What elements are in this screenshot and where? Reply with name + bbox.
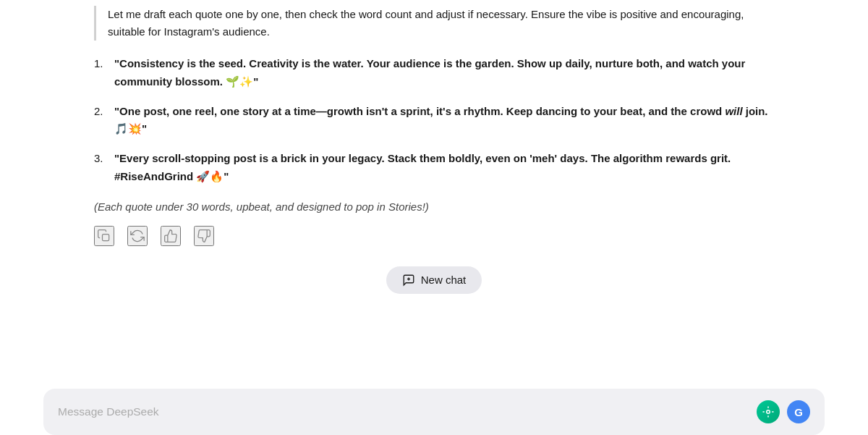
deepseek-icon (757, 400, 780, 423)
message-input-bar: Message DeepSeek G (43, 389, 825, 435)
new-chat-icon (402, 274, 415, 287)
thumbup-button[interactable] (161, 226, 181, 246)
input-actions: G (757, 400, 810, 423)
input-placeholder: Message DeepSeek (58, 405, 159, 418)
thumbup-icon (163, 229, 178, 243)
main-content: Let me draft each quote one by one, then… (0, 0, 868, 389)
thumbdown-button[interactable] (194, 226, 214, 246)
new-chat-label: New chat (421, 274, 467, 286)
new-chat-button[interactable]: New chat (386, 266, 482, 294)
quote-number: 2. (94, 103, 114, 139)
quote-text: "Consistency is the seed. Creativity is … (114, 55, 774, 91)
grammarly-icon: G (787, 400, 810, 423)
deepseek-logo-button[interactable] (757, 400, 780, 423)
list-item: 2. "One post, one reel, one story at a t… (94, 103, 774, 139)
thumbdown-icon (197, 229, 211, 243)
intro-text: Let me draft each quote one by one, then… (94, 6, 774, 41)
copy-icon (97, 229, 111, 243)
quotes-list: 1. "Consistency is the seed. Creativity … (94, 55, 774, 186)
quote-number: 3. (94, 150, 114, 186)
new-chat-container: New chat (94, 266, 774, 294)
quote-number: 1. (94, 55, 114, 91)
list-item: 3. "Every scroll-stopping post is a bric… (94, 150, 774, 186)
svg-point-1 (767, 410, 770, 414)
refresh-button[interactable] (127, 226, 148, 246)
refresh-icon (130, 229, 145, 243)
action-icons (94, 226, 774, 246)
copy-button[interactable] (94, 226, 114, 246)
tagline: (Each quote under 30 words, upbeat, and … (94, 200, 774, 213)
svg-rect-0 (103, 234, 109, 240)
quote-text: "One post, one reel, one story at a time… (114, 103, 774, 139)
grammarly-button[interactable]: G (787, 400, 810, 423)
list-item: 1. "Consistency is the seed. Creativity … (94, 55, 774, 91)
quote-text: "Every scroll-stopping post is a brick i… (114, 150, 774, 186)
